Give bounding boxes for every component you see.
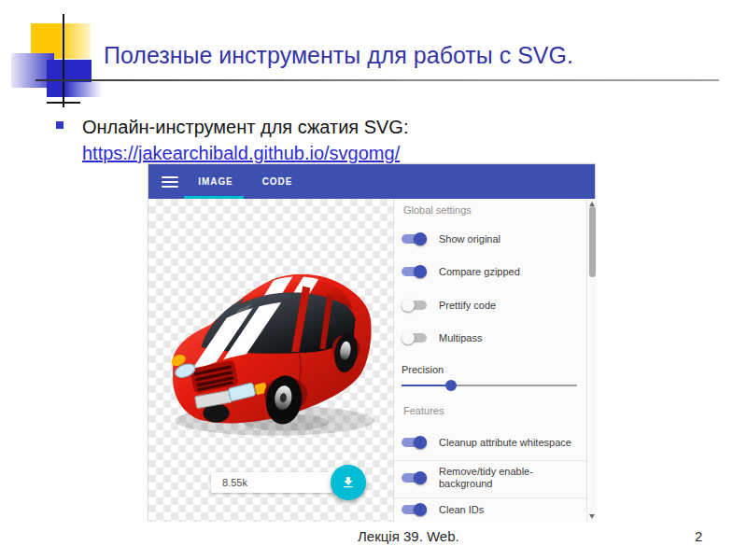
toggle-label: Compare gzipped [439,266,520,278]
deco-tick-line [47,102,80,104]
toggle-label: Remove/tidy enable-background [439,466,581,490]
toggle-row: Show original [402,232,583,245]
menu-icon[interactable] [162,176,178,190]
toggle-show-original[interactable] [402,232,427,245]
image-canvas: 8.55k [148,199,393,522]
toggle-label: Multipass [439,332,482,344]
toggle-row: Remove/tidy enable-background [402,466,583,490]
deco-blue-fade-strip [47,82,105,97]
svgomg-toolbar: IMAGE CODE [148,164,595,199]
svgomg-link[interactable]: https://jakearchibald.github.io/svgomg/ [82,143,400,163]
bullet-icon [56,121,63,129]
scrollbar-thumb[interactable] [589,206,596,277]
title-divider-line [35,79,719,81]
toggle-row: Prettify code [402,299,583,312]
bullet-text: Онлайн-инструмент для сжатия SVG: [82,114,408,140]
features-label: Features [403,405,444,416]
toggle-row: Compare gzipped [402,265,583,278]
scroll-down-icon[interactable] [589,514,595,519]
toggle-row: Cleanup attribute whitespace [402,436,583,449]
file-size-text: 8.55k [222,477,247,488]
toggle-row: Multipass [402,331,583,344]
slider-thumb[interactable] [445,380,457,391]
toggle-row: Clean IDs [402,503,583,516]
toggle-label: Clean IDs [439,504,484,516]
toggle-prettify-code[interactable] [402,299,427,312]
slider-fill [402,385,451,386]
download-icon [341,475,356,490]
page-title: Полезные инструменты для работы с SVG. [104,42,573,69]
toggle-compare-gzipped[interactable] [402,265,427,278]
bullet-block: Онлайн-инструмент для сжатия SVG: https:… [82,114,408,166]
slide: Полезные инструменты для работы с SVG. О… [0,0,747,560]
settings-panel: Global settings Show original Compare gz… [393,199,586,522]
toggle-remove-tidy-enable-background[interactable] [402,471,427,484]
precision-label: Precision [402,364,444,375]
toggle-label: Prettify code [439,300,496,312]
toggle-label: Show original [439,233,500,245]
global-settings-label: Global settings [403,204,472,216]
toggle-cleanup-attribute-whitespace[interactable] [402,436,427,449]
download-button[interactable] [331,465,366,500]
svgomg-screenshot: IMAGE CODE [148,163,596,521]
toggle-clean-ids[interactable] [402,503,427,516]
tab-code[interactable]: CODE [251,176,303,187]
car-image [162,260,388,449]
page-number: 2 [695,528,702,544]
tab-image[interactable]: IMAGE [188,176,244,187]
toggle-multipass[interactable] [402,331,427,344]
footer-lecture-label: Лекція 39. Web. [358,528,459,544]
deco-vertical-line [63,14,64,107]
precision-slider[interactable] [402,379,577,392]
scrollbar[interactable] [586,199,597,522]
divider [394,460,586,461]
toggle-label: Cleanup attribute whitespace [439,437,571,449]
divider [394,497,586,498]
file-size-badge: 8.55k [211,472,332,493]
